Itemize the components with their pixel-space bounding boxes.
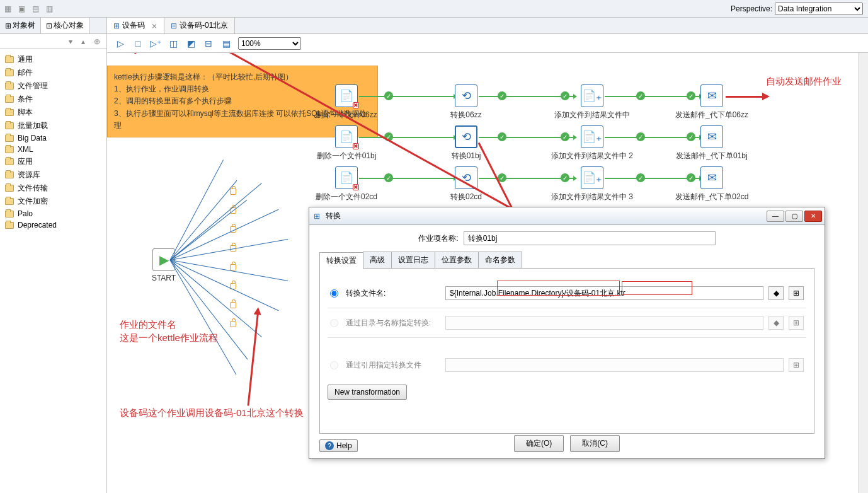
sidebar-item[interactable]: 通用: [3, 53, 104, 66]
lock-icon: [230, 321, 236, 327]
replay-button[interactable]: ▷⁺: [150, 38, 161, 49]
run-button[interactable]: ▷: [115, 38, 126, 49]
file-icon: 📄: [340, 89, 353, 103]
editor-tab-1[interactable]: ⊞ 设备码 ⨯: [107, 18, 164, 33]
vertical-scrollbar[interactable]: [858, 53, 868, 493]
sidebar-item[interactable]: 邮件: [3, 66, 104, 79]
sidebar-item[interactable]: 脚本: [3, 106, 104, 119]
expand-all-icon[interactable]: ▾: [69, 37, 77, 46]
node-trans-2[interactable]: ⟲ 转换01bj: [428, 125, 504, 161]
perspective-select[interactable]: Data Integration: [775, 3, 863, 15]
toolbar-icon-1[interactable]: ▦: [3, 4, 13, 14]
folder-icon: [5, 122, 14, 129]
sidebar-item[interactable]: Deprecated: [3, 219, 104, 231]
collapse-all-icon[interactable]: ▴: [81, 37, 90, 46]
lock-icon: [230, 302, 236, 308]
radio-filename[interactable]: [330, 289, 338, 298]
add-file-icon: 📄₊: [582, 130, 602, 144]
node-add-2[interactable]: 📄₊ 添加文件到结果文件中 2: [554, 125, 630, 161]
node-add-3[interactable]: 📄₊ 添加文件到结果文件中 3: [554, 166, 630, 202]
folder-icon: [5, 211, 14, 218]
ok-button[interactable]: 确定(O): [514, 435, 564, 452]
sql-button[interactable]: ⊟: [203, 38, 214, 49]
toolbar-icon-3[interactable]: ▤: [30, 4, 40, 14]
folder-icon: [5, 158, 14, 165]
browse-button-2: ⊞: [789, 316, 804, 330]
toolbar-icon-4[interactable]: ▥: [44, 4, 54, 14]
sidebar-item[interactable]: 批量加载: [3, 119, 104, 132]
browse-button[interactable]: ⊞: [789, 286, 804, 300]
sidebar-item[interactable]: 应用: [3, 155, 104, 168]
folder-icon: [5, 83, 14, 90]
trans-filename-input[interactable]: [445, 286, 763, 300]
node-mail-1[interactable]: ✉ 发送邮件_代下单06zz: [674, 84, 750, 120]
dialog-title-text: 转换: [326, 211, 341, 221]
zoom-select[interactable]: 100%: [238, 37, 301, 50]
dlg-tab-logging[interactable]: 设置日志: [391, 252, 435, 268]
trans-icon: ⟲: [462, 89, 471, 103]
sidebar-tab-tree[interactable]: ⊞ 对象树: [0, 18, 41, 33]
file-icon: 📄: [340, 171, 353, 185]
folder-icon: [5, 198, 14, 205]
dialog-icon: ⊞: [312, 211, 322, 221]
folder-icon: [5, 56, 14, 63]
sidebar-item[interactable]: 资源库: [3, 168, 104, 182]
annotation-filename: 作业的文件名 这是一个kettle作业流程: [120, 318, 218, 344]
radio-reference[interactable]: [330, 361, 338, 369]
folder-icon: [5, 146, 14, 153]
trans-icon: ⟲: [462, 130, 471, 144]
sidebar-tab-core[interactable]: ⊡ 核心对象: [41, 18, 89, 33]
toolbar-icon-2[interactable]: ▣: [16, 4, 26, 14]
sidebar-item[interactable]: 文件管理: [3, 79, 104, 93]
radio-reference-label: 通过引用指定转换文件: [346, 360, 440, 371]
filter-icon[interactable]: ⊕: [94, 37, 103, 46]
node-delete-3[interactable]: 📄✖ 删除一个文件02cd: [309, 166, 384, 202]
folder-icon: [5, 69, 14, 76]
editor-toolbar: ▷ □ ▷⁺ ◫ ◩ ⊟ ▤ 100%: [107, 34, 868, 53]
close-button[interactable]: ✕: [804, 211, 822, 222]
tree-icon: ⊞: [5, 21, 11, 30]
node-trans-1[interactable]: ⟲ 转换06zz: [428, 84, 504, 120]
variable-button-2: ◆: [768, 316, 784, 330]
stop-button[interactable]: □: [132, 38, 144, 49]
sidebar-item[interactable]: 文件传输: [3, 182, 104, 195]
editor-tab-2[interactable]: ⊟ 设备码-01北京: [164, 18, 235, 33]
add-file-icon: 📄₊: [582, 171, 602, 185]
dialog-titlebar[interactable]: ⊞ 转换 — ▢ ✕: [309, 207, 825, 225]
node-add-1[interactable]: 📄₊ 添加文件到结果文件中: [554, 84, 630, 120]
radio-dirname-label: 通过目录与名称指定转换:: [346, 318, 440, 328]
name-label: 作业项名称:: [418, 233, 458, 244]
sidebar-item[interactable]: Big Data: [3, 132, 104, 144]
file-icon: 📄: [340, 130, 353, 144]
trans-dirname-input: [445, 316, 763, 330]
close-icon[interactable]: ⨯: [151, 21, 157, 30]
help-icon: ?: [325, 441, 334, 450]
folder-icon: [5, 185, 14, 192]
lock-icon: [230, 188, 236, 195]
maximize-button[interactable]: ▢: [785, 211, 803, 222]
sidebar-item[interactable]: Palo: [3, 208, 104, 219]
node-mail-2[interactable]: ✉ 发送邮件_代下单01bj: [674, 125, 750, 161]
radio-dirname[interactable]: [330, 319, 338, 327]
minimize-button[interactable]: —: [767, 211, 784, 222]
mail-icon: ✉: [707, 89, 717, 103]
sidebar-item[interactable]: XML: [3, 144, 104, 155]
dlg-tab-params[interactable]: 命名参数: [478, 252, 522, 268]
sidebar-item[interactable]: 文件加密: [3, 195, 104, 208]
node-mail-3[interactable]: ✉ 发送邮件_代下单02cd: [674, 166, 750, 202]
trans-icon: ⊟: [171, 21, 177, 30]
annotation-auto-mail: 自动发送邮件作业: [766, 74, 842, 88]
dlg-tab-settings[interactable]: 转换设置: [319, 252, 363, 269]
perspective-label: Perspective:: [731, 4, 772, 13]
variable-button[interactable]: ◆: [768, 286, 784, 300]
preview-button[interactable]: ◫: [168, 38, 179, 49]
sidebar-item[interactable]: 条件: [3, 93, 104, 106]
job-entry-name-input[interactable]: [464, 231, 716, 245]
new-transformation-button[interactable]: New transformation: [328, 385, 407, 400]
debug-button[interactable]: ◩: [185, 38, 197, 49]
help-button[interactable]: ? Help: [319, 439, 358, 452]
dlg-tab-args[interactable]: 位置参数: [435, 252, 479, 268]
explore-button[interactable]: ▤: [220, 38, 232, 49]
dlg-tab-advanced[interactable]: 高级: [363, 252, 392, 268]
cancel-button[interactable]: 取消(C): [570, 435, 620, 452]
